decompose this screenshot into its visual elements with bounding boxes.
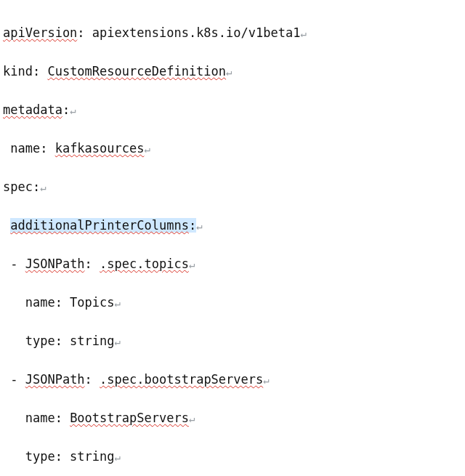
newline-icon bbox=[300, 28, 306, 39]
kv-name-topics: name: Topics bbox=[25, 295, 115, 310]
kv-type-string: type: string bbox=[25, 334, 115, 348]
dash: - bbox=[10, 372, 25, 387]
dash: - bbox=[10, 257, 25, 271]
key-name: name: bbox=[10, 141, 54, 156]
key-apiVersion: apiVersion bbox=[3, 25, 77, 40]
newline-icon bbox=[144, 143, 150, 155]
val-topics: .spec.topics bbox=[100, 257, 189, 271]
key-kind: kind: bbox=[3, 64, 47, 78]
newline-icon bbox=[189, 259, 195, 270]
val-apiVersion: apiextensions.k8s.io/v1beta1 bbox=[92, 25, 301, 40]
code-line: metadata: bbox=[3, 100, 462, 120]
key-jsonpath: JSONPath bbox=[25, 257, 85, 271]
val-bootstrap: .spec.bootstrapServers bbox=[100, 372, 263, 387]
newline-icon bbox=[263, 374, 269, 386]
kv-type-string: type: string bbox=[25, 449, 115, 464]
code-line: name: BootstrapServers bbox=[3, 408, 462, 428]
sep: : bbox=[77, 25, 92, 40]
sep: : bbox=[85, 257, 100, 271]
code-line: name: Topics bbox=[3, 293, 462, 312]
code-line: - JSONPath: .spec.topics bbox=[3, 254, 462, 274]
sep: : bbox=[85, 372, 100, 387]
val-kind: CustomResourceDefinition bbox=[47, 64, 226, 78]
code-line: name: kafkasources bbox=[3, 139, 462, 158]
newline-icon bbox=[196, 220, 202, 232]
newline-icon bbox=[115, 451, 121, 463]
key-additionalPrinterColumns: additionalPrinterColumns bbox=[10, 218, 189, 233]
newline-icon bbox=[70, 105, 76, 116]
newline-icon bbox=[40, 182, 46, 193]
sep: : bbox=[62, 102, 70, 117]
code-line: spec: bbox=[3, 177, 462, 197]
code-line: additionalPrinterColumns: bbox=[3, 216, 462, 235]
newline-icon bbox=[115, 336, 121, 347]
code-line: type: string bbox=[3, 331, 462, 351]
newline-icon bbox=[115, 297, 121, 309]
code-line: type: string bbox=[3, 447, 462, 467]
newline-icon bbox=[189, 413, 195, 424]
sep: : bbox=[189, 218, 196, 233]
val-bootstrapservers: BootstrapServers bbox=[70, 411, 189, 425]
code-line: kind: CustomResourceDefinition bbox=[3, 62, 462, 81]
code-line: - JSONPath: .spec.bootstrapServers bbox=[3, 370, 462, 390]
newline-icon bbox=[226, 66, 232, 78]
key-jsonpath: JSONPath bbox=[25, 372, 85, 387]
key-name: name: bbox=[25, 411, 70, 425]
yaml-editor[interactable]: apiVersion: apiextensions.k8s.io/v1beta1… bbox=[0, 0, 465, 476]
key-metadata: metadata bbox=[3, 102, 62, 117]
key-spec: spec: bbox=[3, 179, 40, 194]
code-line: apiVersion: apiextensions.k8s.io/v1beta1 bbox=[3, 23, 462, 43]
val-name: kafkasources bbox=[55, 141, 145, 156]
